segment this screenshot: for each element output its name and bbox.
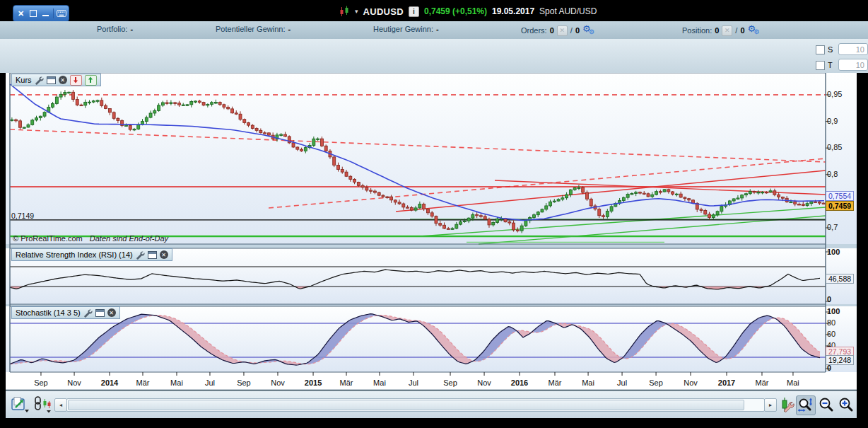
x-axis-label: 2017 — [712, 378, 741, 387]
chart-footer: © ProRealTime.comDaten sind End-of-Day — [13, 234, 168, 243]
rsi-panel-tab[interactable]: Relative Strength Index (RSI) (14) ✕ — [11, 248, 172, 261]
portfolio-label: Portfolio: — [97, 25, 127, 33]
price-panel-tab[interactable]: Kurs ✕ — [11, 74, 101, 86]
stop-loss-checkbox-label: S — [828, 45, 833, 54]
stoch-tick-label: 80 — [827, 318, 835, 327]
buy-arrow-icon[interactable] — [85, 75, 97, 86]
price-change: 0,7459 (+0,51%) — [424, 6, 487, 16]
x-axis-label: Mai — [779, 378, 807, 387]
orders-settings-button[interactable]: ⚙⚙ — [582, 25, 595, 36]
info-icon[interactable]: i — [409, 6, 419, 17]
chart-scrollbar[interactable] — [66, 398, 765, 412]
title-bar: ✕ ▾ AUDUSD i 0,7459 (+0,51%) 19.05.2017 … — [0, 0, 868, 21]
chart-toolbar: 200 Einheiten ▾ Wöchentlich ▾ ▾ ▶ Anz x1… — [0, 39, 868, 73]
potential-gain: Potentieller Gewinn: - — [216, 25, 291, 33]
x-axis-label: 2014 — [95, 378, 124, 387]
share-chart-button[interactable] — [11, 396, 30, 415]
position-settings-button[interactable]: ⚙⚙ — [748, 25, 761, 36]
minimize-window-button[interactable] — [41, 8, 51, 19]
take-profit-checkbox[interactable] — [816, 61, 825, 70]
position-count2: 0 — [740, 26, 744, 35]
maximize-window-button[interactable] — [28, 8, 38, 19]
candlestick-icon — [339, 6, 350, 18]
stochastic-panel-title: Stochastik (14 3 5) — [16, 308, 81, 317]
today-gain-value: - — [436, 25, 439, 33]
today-gain-label: Heutiger Gewinn: — [373, 25, 433, 33]
window-controls: ✕ — [13, 5, 69, 22]
x-axis-label: Jul — [608, 378, 636, 387]
keyboard-icon[interactable] — [57, 8, 66, 19]
position-label: Position: — [682, 26, 712, 35]
portfolio-bar: Portfolio: - Potentieller Gewinn: - Heut… — [0, 21, 868, 40]
potential-gain-label: Potentieller Gewinn: — [216, 25, 285, 33]
potential-gain-value: - — [288, 25, 291, 33]
scrollbar-thumb[interactable] — [68, 400, 744, 410]
x-axis-label: Jul — [196, 378, 224, 387]
zoom-selection-button[interactable] — [796, 395, 816, 415]
price-tick-label: 0,8 — [827, 170, 838, 178]
chevron-down-icon[interactable]: ▾ — [355, 8, 358, 15]
cancel-orders-button[interactable]: ✕ — [557, 25, 568, 36]
portfolio-value: - — [130, 25, 133, 33]
zoom-out-button[interactable] — [817, 395, 835, 414]
scroll-left-arrow[interactable]: ◂ — [54, 398, 67, 412]
gear-icon: ⚙ — [754, 28, 760, 35]
scroll-right-arrow[interactable]: ▸ — [764, 398, 777, 412]
symbol-name: AUDUSD — [363, 6, 404, 17]
stop-loss-checkbox[interactable] — [816, 45, 825, 54]
close-window-button[interactable]: ✕ — [16, 8, 26, 19]
stop-loss-input[interactable] — [838, 43, 868, 55]
x-axis-label: Mär — [541, 378, 569, 387]
orders-slash: / — [570, 26, 573, 35]
x-axis-label: Sep — [642, 378, 670, 387]
close-icon[interactable]: ✕ — [160, 250, 168, 259]
close-icon[interactable]: ✕ — [59, 76, 67, 84]
x-axis-label: Sep — [230, 378, 258, 387]
window-icon[interactable] — [95, 309, 105, 317]
x-axis-label: Nov — [470, 378, 498, 387]
close-position-button[interactable]: ✕ — [722, 25, 732, 36]
close-icon[interactable]: ✕ — [107, 308, 116, 317]
stoch-tick-label: 60 — [827, 330, 835, 338]
x-axis-label: Sep — [27, 378, 55, 387]
last-price-marker: 0,7459 — [826, 201, 854, 211]
window-icon[interactable] — [148, 251, 157, 259]
window-icon[interactable] — [47, 76, 56, 84]
gear-icon: ⚙ — [589, 28, 594, 35]
orders-summary: Orders: 0 ✕ / 0 ⚙⚙ — [521, 25, 595, 36]
wrench-icon[interactable] — [35, 76, 44, 85]
data-note: Daten sind End-of-Day — [90, 234, 168, 243]
rsi-panel-title: Relative Strength Index (RSI) (14) — [16, 250, 133, 259]
orders-count: 0 — [550, 26, 554, 35]
price-chart-svg[interactable] — [6, 73, 857, 391]
instrument-header: ▾ AUDUSD i 0,7459 (+0,51%) 19.05.2017 Sp… — [339, 4, 597, 18]
position-slash: / — [735, 26, 737, 35]
portfolio-summary: Portfolio: - — [97, 25, 133, 33]
stoch-tick-label: 100 — [827, 307, 840, 316]
x-axis-label: Mär — [748, 378, 776, 387]
today-gain: Heutiger Gewinn: - — [373, 25, 439, 33]
chart-settings-button[interactable] — [779, 396, 794, 415]
minimize-icon — [42, 15, 49, 16]
wrench-icon[interactable] — [83, 308, 93, 318]
price-tick-label: 0,9 — [827, 117, 838, 125]
sell-arrow-icon[interactable] — [70, 75, 82, 86]
orders-count2: 0 — [575, 26, 580, 35]
stochastic-panel-tab[interactable]: Stochastik (14 3 5) ✕ — [11, 306, 120, 319]
price-panel-title: Kurs — [16, 76, 32, 84]
wrench-icon[interactable] — [136, 250, 145, 260]
price-tick-label: 0,85 — [827, 143, 842, 151]
price-tick-label: 0,7 — [827, 223, 838, 231]
x-axis-label: Mär — [332, 378, 360, 387]
copyright-text: © ProRealTime.com — [13, 234, 83, 243]
position-summary: Position: 0 ✕ / 0 ⚙⚙ — [682, 25, 761, 36]
rsi-tick-label: 0 — [827, 295, 831, 303]
price-tick-label: 0,95 — [827, 90, 842, 98]
zoom-in-button[interactable] — [837, 395, 855, 414]
rsi-tick-label: 100 — [827, 248, 840, 256]
take-profit-input[interactable] — [838, 59, 868, 71]
x-axis-label: Nov — [60, 378, 88, 387]
link-chart-button[interactable] — [33, 396, 52, 415]
x-axis-label: Jul — [399, 378, 428, 387]
stoch-k-marker: 19,248 — [826, 355, 854, 365]
